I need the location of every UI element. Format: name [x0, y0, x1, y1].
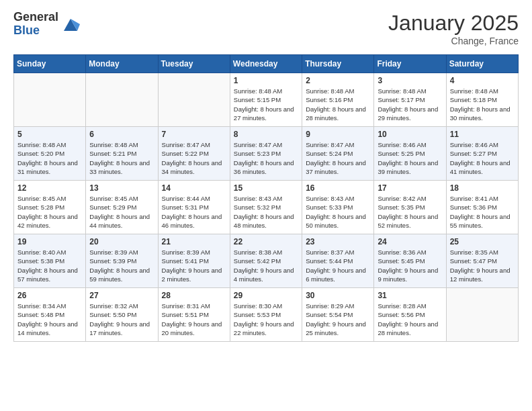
- calendar-week-row: 26 Sunrise: 8:34 AM Sunset: 5:48 PM Dayl…: [14, 288, 519, 342]
- day-info: Sunrise: 8:46 AM Sunset: 5:27 PM Dayligh…: [450, 140, 515, 176]
- calendar-day-cell: 20 Sunrise: 8:39 AM Sunset: 5:39 PM Dayl…: [86, 234, 158, 288]
- calendar-day-cell: 2 Sunrise: 8:48 AM Sunset: 5:16 PM Dayli…: [302, 73, 374, 127]
- logo: General Blue: [13, 11, 80, 38]
- col-saturday: Saturday: [446, 55, 518, 73]
- daylight: Daylight: 8 hours and 57 minutes.: [17, 267, 78, 283]
- day-number: 4: [450, 76, 515, 85]
- sunrise: Sunrise: 8:43 AM: [306, 195, 354, 202]
- day-info: Sunrise: 8:41 AM Sunset: 5:36 PM Dayligh…: [450, 194, 515, 230]
- sunset: Sunset: 5:56 PM: [378, 311, 425, 318]
- sunset: Sunset: 5:51 PM: [162, 311, 209, 318]
- daylight: Daylight: 9 hours and 2 minutes.: [162, 267, 222, 283]
- daylight: Daylight: 9 hours and 25 minutes.: [306, 320, 366, 336]
- sunrise: Sunrise: 8:47 AM: [162, 141, 210, 148]
- calendar-week-row: 19 Sunrise: 8:40 AM Sunset: 5:38 PM Dayl…: [14, 234, 519, 288]
- calendar-day-cell: 10 Sunrise: 8:46 AM Sunset: 5:25 PM Dayl…: [374, 127, 446, 181]
- sunset: Sunset: 5:50 PM: [89, 311, 136, 318]
- day-info: Sunrise: 8:39 AM Sunset: 5:39 PM Dayligh…: [89, 248, 154, 283]
- daylight: Daylight: 9 hours and 4 minutes.: [234, 267, 294, 283]
- day-number: 11: [450, 130, 515, 139]
- day-info: Sunrise: 8:45 AM Sunset: 5:28 PM Dayligh…: [17, 194, 82, 230]
- day-info: Sunrise: 8:45 AM Sunset: 5:29 PM Dayligh…: [89, 194, 154, 230]
- sunset: Sunset: 5:29 PM: [89, 203, 136, 211]
- sunrise: Sunrise: 8:45 AM: [89, 195, 138, 202]
- sunrise: Sunrise: 8:41 AM: [450, 195, 498, 202]
- col-friday: Friday: [374, 55, 446, 73]
- daylight: Daylight: 9 hours and 12 minutes.: [450, 267, 511, 283]
- day-info: Sunrise: 8:30 AM Sunset: 5:53 PM Dayligh…: [234, 302, 298, 337]
- col-wednesday: Wednesday: [230, 55, 302, 73]
- calendar-day-cell: [14, 73, 86, 127]
- calendar-day-cell: 18 Sunrise: 8:41 AM Sunset: 5:36 PM Dayl…: [446, 181, 518, 234]
- day-number: 12: [17, 183, 82, 193]
- calendar-day-cell: 14 Sunrise: 8:44 AM Sunset: 5:31 PM Dayl…: [158, 181, 230, 234]
- day-info: Sunrise: 8:48 AM Sunset: 5:17 PM Dayligh…: [378, 87, 442, 122]
- day-number: 30: [306, 291, 370, 300]
- sunrise: Sunrise: 8:36 AM: [378, 248, 426, 256]
- sunset: Sunset: 5:22 PM: [162, 150, 209, 157]
- logo-text: General Blue: [13, 11, 58, 38]
- sunset: Sunset: 5:24 PM: [306, 150, 353, 157]
- page: General Blue January 2025 Change, France…: [0, 0, 532, 411]
- sunrise: Sunrise: 8:29 AM: [306, 302, 354, 310]
- sunrise: Sunrise: 8:45 AM: [17, 195, 66, 202]
- day-info: Sunrise: 8:42 AM Sunset: 5:35 PM Dayligh…: [378, 194, 442, 230]
- day-number: 19: [17, 237, 82, 246]
- sunset: Sunset: 5:48 PM: [17, 311, 64, 318]
- day-info: Sunrise: 8:44 AM Sunset: 5:31 PM Dayligh…: [162, 194, 226, 230]
- logo-general: General: [13, 11, 58, 24]
- sunrise: Sunrise: 8:48 AM: [450, 87, 498, 95]
- sunrise: Sunrise: 8:46 AM: [450, 141, 498, 148]
- day-number: 24: [378, 237, 442, 246]
- daylight: Daylight: 8 hours and 52 minutes.: [378, 213, 438, 229]
- daylight: Daylight: 9 hours and 14 minutes.: [17, 320, 78, 336]
- day-number: 10: [378, 130, 442, 139]
- daylight: Daylight: 9 hours and 20 minutes.: [162, 320, 222, 336]
- day-info: Sunrise: 8:31 AM Sunset: 5:51 PM Dayligh…: [162, 302, 226, 337]
- daylight: Daylight: 8 hours and 30 minutes.: [450, 105, 511, 122]
- day-number: 6: [89, 130, 154, 139]
- calendar-day-cell: 4 Sunrise: 8:48 AM Sunset: 5:18 PM Dayli…: [446, 73, 518, 127]
- sunrise: Sunrise: 8:38 AM: [234, 248, 282, 256]
- day-info: Sunrise: 8:43 AM Sunset: 5:33 PM Dayligh…: [306, 194, 370, 230]
- sunrise: Sunrise: 8:40 AM: [17, 248, 66, 256]
- daylight: Daylight: 8 hours and 29 minutes.: [378, 105, 438, 122]
- day-info: Sunrise: 8:47 AM Sunset: 5:22 PM Dayligh…: [162, 140, 226, 176]
- sunset: Sunset: 5:16 PM: [306, 96, 353, 103]
- daylight: Daylight: 9 hours and 28 minutes.: [378, 320, 438, 336]
- sunrise: Sunrise: 8:48 AM: [89, 141, 138, 148]
- day-info: Sunrise: 8:39 AM Sunset: 5:41 PM Dayligh…: [162, 248, 226, 283]
- daylight: Daylight: 8 hours and 44 minutes.: [89, 213, 150, 229]
- day-info: Sunrise: 8:36 AM Sunset: 5:45 PM Dayligh…: [378, 248, 442, 283]
- day-info: Sunrise: 8:40 AM Sunset: 5:38 PM Dayligh…: [17, 248, 82, 283]
- calendar-day-cell: 25 Sunrise: 8:35 AM Sunset: 5:47 PM Dayl…: [446, 234, 518, 288]
- day-info: Sunrise: 8:47 AM Sunset: 5:23 PM Dayligh…: [234, 140, 298, 176]
- day-number: 2: [306, 76, 370, 85]
- calendar-day-cell: 3 Sunrise: 8:48 AM Sunset: 5:17 PM Dayli…: [374, 73, 446, 127]
- daylight: Daylight: 8 hours and 48 minutes.: [234, 213, 294, 229]
- day-number: 13: [89, 183, 154, 193]
- calendar-day-cell: 16 Sunrise: 8:43 AM Sunset: 5:33 PM Dayl…: [302, 181, 374, 234]
- day-info: Sunrise: 8:48 AM Sunset: 5:15 PM Dayligh…: [234, 87, 298, 122]
- sunset: Sunset: 5:21 PM: [89, 150, 136, 157]
- sunrise: Sunrise: 8:30 AM: [234, 302, 282, 310]
- daylight: Daylight: 8 hours and 39 minutes.: [378, 159, 438, 175]
- calendar: Sunday Monday Tuesday Wednesday Thursday…: [13, 54, 519, 342]
- calendar-day-cell: 5 Sunrise: 8:48 AM Sunset: 5:20 PM Dayli…: [14, 127, 86, 181]
- calendar-day-cell: 23 Sunrise: 8:37 AM Sunset: 5:44 PM Dayl…: [302, 234, 374, 288]
- day-info: Sunrise: 8:48 AM Sunset: 5:20 PM Dayligh…: [17, 140, 82, 176]
- daylight: Daylight: 8 hours and 55 minutes.: [450, 213, 511, 229]
- sunrise: Sunrise: 8:47 AM: [234, 141, 282, 148]
- sunset: Sunset: 5:41 PM: [162, 257, 209, 265]
- sunset: Sunset: 5:17 PM: [378, 96, 425, 103]
- sunset: Sunset: 5:32 PM: [234, 203, 281, 211]
- sunset: Sunset: 5:20 PM: [17, 150, 64, 157]
- sunrise: Sunrise: 8:44 AM: [162, 195, 210, 202]
- calendar-header-row: Sunday Monday Tuesday Wednesday Thursday…: [14, 55, 519, 73]
- calendar-day-cell: 11 Sunrise: 8:46 AM Sunset: 5:27 PM Dayl…: [446, 127, 518, 181]
- day-number: 8: [234, 130, 298, 139]
- sunrise: Sunrise: 8:48 AM: [306, 87, 354, 95]
- sunrise: Sunrise: 8:47 AM: [306, 141, 354, 148]
- daylight: Daylight: 8 hours and 59 minutes.: [89, 267, 150, 283]
- calendar-day-cell: 28 Sunrise: 8:31 AM Sunset: 5:51 PM Dayl…: [158, 288, 230, 342]
